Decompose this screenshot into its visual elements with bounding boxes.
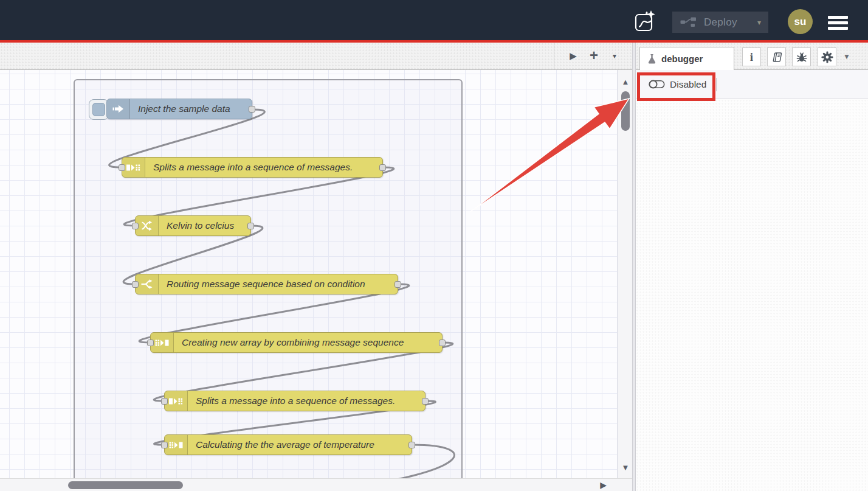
menu-bar (828, 16, 848, 19)
deploy-nodes-icon (680, 17, 697, 27)
node-input-port[interactable] (161, 398, 168, 405)
deploy-options-chevron-icon[interactable]: ▾ (750, 18, 761, 27)
node-input-port[interactable] (147, 340, 154, 346)
flow-node-split[interactable]: Splits a message into a sequence of mess… (164, 391, 425, 411)
join-icon (151, 333, 174, 352)
node-label: Splits a message into a sequence of mess… (188, 391, 404, 411)
sidebar-tabrow: debugger i (636, 43, 868, 70)
info-icon: i (750, 51, 753, 63)
split-icon (165, 391, 188, 411)
node-output-port[interactable] (408, 442, 415, 448)
flow-tabbar-controls: ▶ + ▾ (554, 43, 625, 69)
node-output-port[interactable] (422, 398, 429, 405)
main-menu-icon[interactable] (828, 16, 848, 30)
node-input-port[interactable] (119, 164, 125, 171)
canvas-vertical-scrollbar[interactable]: ▲ ▼ (618, 70, 632, 478)
flow-node-join[interactable]: Creating new array by combining message … (150, 332, 443, 353)
node-output-port[interactable] (249, 106, 255, 113)
inject-trigger-inner (92, 103, 105, 116)
node-red-editor: Deploy ▾ su ▶ + ▾ (0, 0, 868, 491)
flow-node-change[interactable]: Kelvin to celcius (135, 215, 251, 236)
sidebar-more-chevron-icon[interactable]: ▼ (843, 52, 850, 61)
scroll-up-icon[interactable]: ▲ (618, 77, 633, 86)
flow-assistant-icon[interactable] (634, 10, 656, 33)
debug-toolbar: Disabled (636, 70, 868, 99)
tab-debugger[interactable]: debugger (639, 47, 734, 70)
header-bar: Deploy ▾ su (0, 0, 868, 40)
node-input-port[interactable] (132, 223, 139, 229)
debug-messages-panel (636, 99, 868, 491)
deploy-label: Deploy (704, 16, 737, 29)
info-button[interactable]: i (742, 47, 761, 66)
node-output-port[interactable] (379, 164, 386, 171)
sidebar-panel: debugger i (636, 43, 868, 491)
canvas-horizontal-scrollbar[interactable]: ▶ (0, 478, 632, 491)
change-icon (136, 216, 159, 235)
node-label: Kelvin to celcius (159, 216, 243, 235)
node-output-port[interactable] (439, 340, 446, 346)
node-output-port[interactable] (394, 281, 401, 288)
scroll-right-icon[interactable]: ▶ (600, 480, 607, 490)
node-label: Routing message sequence based on condit… (159, 274, 374, 294)
menu-bar (828, 27, 848, 30)
debug-button[interactable] (792, 47, 811, 66)
node-label: Inject the sample data (130, 99, 239, 119)
toolbar-separator (716, 78, 717, 91)
scroll-down-icon[interactable]: ▼ (618, 463, 633, 472)
deploy-button[interactable]: Deploy ▾ (672, 12, 768, 33)
horizontal-scroll-thumb[interactable] (68, 481, 183, 489)
flow-list-chevron-icon[interactable]: ▾ (604, 52, 625, 60)
node-input-port[interactable] (161, 442, 168, 448)
debug-disabled-toggle[interactable]: Disabled (649, 79, 706, 90)
gear-icon (821, 51, 833, 63)
flow-node-split[interactable]: Splits a message into a sequence of mess… (122, 157, 383, 178)
tab-debugger-label: debugger (661, 54, 703, 64)
scroll-tabs-right-icon[interactable]: ▶ (563, 50, 584, 61)
bug-icon (796, 51, 808, 63)
menu-bar (828, 21, 848, 24)
node-input-port[interactable] (132, 281, 139, 288)
node-label: Creating new array by combining message … (174, 333, 412, 352)
flask-icon (647, 54, 656, 64)
book-icon (771, 52, 783, 63)
inject-icon (107, 99, 130, 119)
annotation-red-underline (0, 40, 868, 43)
flow-tabbar: ▶ + ▾ (0, 43, 632, 70)
node-label: Calculating the the average of temperatu… (188, 435, 383, 454)
node-output-port[interactable] (247, 223, 254, 229)
switch-icon (136, 274, 159, 294)
flow-node-inject[interactable]: Inject the sample data (106, 99, 252, 119)
toggle-off-icon (649, 80, 665, 89)
user-avatar[interactable]: su (788, 9, 813, 34)
add-flow-button[interactable]: + (584, 47, 604, 64)
flow-canvas[interactable]: Inject the sample data Splits a message … (0, 70, 618, 478)
help-book-button[interactable] (767, 47, 786, 66)
config-nodes-button[interactable] (818, 47, 836, 66)
flow-node-join[interactable]: Calculating the the average of temperatu… (164, 434, 412, 455)
node-label: Splits a message into a sequence of mess… (145, 158, 361, 177)
debug-disabled-label: Disabled (670, 79, 706, 90)
vertical-scroll-thumb[interactable] (621, 91, 630, 131)
join-icon (165, 435, 188, 454)
split-icon (122, 158, 145, 177)
flow-node-switch[interactable]: Routing message sequence based on condit… (135, 274, 398, 294)
